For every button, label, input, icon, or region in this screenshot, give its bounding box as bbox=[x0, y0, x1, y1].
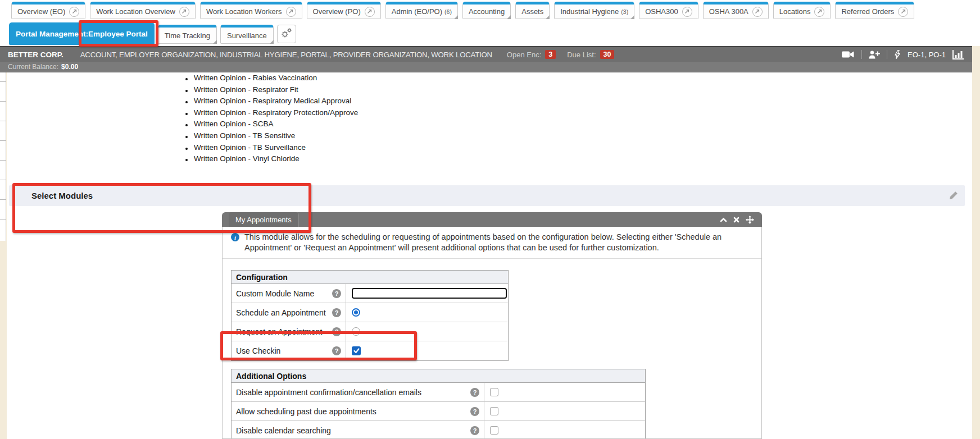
tab-accounting[interactable]: Accounting bbox=[462, 2, 511, 19]
tab-admin-eo-po[interactable]: Admin (EO/PO) (6) bbox=[385, 2, 458, 19]
select-modules-title: Select Modules bbox=[31, 185, 93, 206]
secondary-tab-bar: Portal Management:Employee Portal Time T… bbox=[9, 22, 296, 45]
popout-icon[interactable] bbox=[179, 7, 189, 17]
tab-time-tracking[interactable]: Time Tracking bbox=[158, 25, 217, 44]
tab-count: (6) bbox=[444, 8, 452, 15]
tab-settings-button[interactable] bbox=[277, 25, 296, 43]
tab-osha-300a[interactable]: OSHA 300A bbox=[703, 2, 769, 19]
help-icon[interactable]: ? bbox=[470, 388, 479, 397]
table-row: Disable calendar searching ? bbox=[232, 421, 645, 439]
additional-options-header: Additional Options bbox=[232, 369, 645, 383]
list-item: Written Opinion - TB Surveillance bbox=[185, 143, 358, 155]
written-opinion-list: Written Opinion - Rabies Vaccination Wri… bbox=[185, 74, 358, 166]
edit-pencil-icon[interactable] bbox=[949, 191, 958, 203]
table-row: Allow scheduling past due appointments ? bbox=[232, 402, 645, 421]
balance-label: Current Balance: bbox=[8, 63, 58, 71]
configuration-table-header: Configuration bbox=[232, 271, 508, 284]
row-label: Custom Module Name bbox=[236, 289, 314, 298]
disable-calendar-searching-checkbox[interactable] bbox=[490, 426, 498, 435]
org-codes: EO-1, PO-1 bbox=[908, 51, 946, 59]
info-row: i This module allows for the scheduling … bbox=[223, 227, 761, 259]
popout-icon[interactable] bbox=[682, 7, 692, 17]
table-row: Request an Appointment ? bbox=[232, 322, 508, 341]
tab-label: Accounting bbox=[469, 7, 505, 16]
help-icon[interactable]: ? bbox=[332, 308, 341, 317]
disable-confirmation-emails-checkbox[interactable] bbox=[490, 388, 498, 396]
tab-label: Locations bbox=[779, 7, 811, 16]
additional-options-table: Additional Options Disable appointment c… bbox=[231, 369, 646, 439]
allow-past-due-checkbox[interactable] bbox=[490, 407, 498, 415]
left-rail bbox=[0, 72, 6, 241]
help-icon[interactable]: ? bbox=[332, 289, 341, 298]
tab-label: Time Tracking bbox=[165, 31, 210, 40]
use-checkin-checkbox[interactable] bbox=[352, 346, 361, 355]
tab-portal-management-employee-portal[interactable]: Portal Management:Employee Portal bbox=[9, 22, 155, 45]
tab-label: Overview (PO) bbox=[313, 7, 361, 16]
help-icon[interactable]: ? bbox=[470, 407, 479, 416]
bullet-icon bbox=[185, 78, 188, 80]
collapse-icon[interactable] bbox=[720, 217, 727, 222]
divider bbox=[887, 50, 887, 59]
popout-icon[interactable] bbox=[752, 7, 763, 17]
bullet-icon bbox=[185, 148, 188, 150]
bullet-icon bbox=[185, 113, 188, 115]
tab-label: Overview (EO) bbox=[17, 7, 65, 16]
list-item: Written Opinion - Respiratory Protection… bbox=[185, 108, 358, 120]
row-label: Schedule an Appointment bbox=[236, 308, 326, 317]
lightning-icon[interactable] bbox=[894, 50, 901, 60]
balance-value: $0.00 bbox=[61, 63, 78, 71]
tab-label: Work Location Workers bbox=[206, 7, 282, 16]
configuration-table: Configuration Custom Module Name ? Sched… bbox=[231, 270, 509, 361]
tab-overview-eo[interactable]: Overview (EO) bbox=[11, 2, 85, 19]
tab-locations[interactable]: Locations bbox=[773, 2, 831, 19]
due-list-badge[interactable]: 30 bbox=[600, 50, 615, 59]
tab-surveillance[interactable]: Surveillance bbox=[220, 25, 274, 44]
popout-icon[interactable] bbox=[365, 7, 375, 17]
gear-icon bbox=[280, 28, 293, 41]
schedule-appointment-radio[interactable] bbox=[352, 308, 360, 317]
tab-label: Referred Orders bbox=[841, 7, 894, 16]
custom-module-name-input[interactable] bbox=[352, 288, 507, 299]
tab-assets[interactable]: Assets bbox=[515, 2, 550, 19]
tab-count: (3) bbox=[621, 8, 628, 15]
tab-work-location-overview[interactable]: Work Location Overview bbox=[90, 2, 196, 19]
help-icon[interactable]: ? bbox=[332, 346, 341, 355]
bar-chart-icon[interactable] bbox=[952, 50, 964, 60]
table-row: Custom Module Name ? bbox=[232, 284, 508, 303]
video-camera-icon[interactable] bbox=[842, 51, 855, 58]
tab-work-location-workers[interactable]: Work Location Workers bbox=[200, 2, 302, 19]
tab-label: Surveillance bbox=[227, 31, 267, 40]
table-row: Disable appointment confirmation/cancell… bbox=[232, 383, 645, 402]
open-enc-label: Open Enc: bbox=[507, 51, 541, 59]
active-tab-label: Portal Management:Employee Portal bbox=[16, 30, 148, 38]
tab-label: OSHA 300A bbox=[709, 7, 748, 16]
tab-overview-po[interactable]: Overview (PO) bbox=[307, 2, 381, 19]
tab-osha300[interactable]: OSHA300 bbox=[639, 2, 698, 19]
list-item: Written Opinion - Respiratory Medical Ap… bbox=[185, 97, 358, 108]
bullet-icon bbox=[185, 90, 188, 92]
tab-label: Industrial Hygiene bbox=[560, 7, 619, 16]
close-icon[interactable] bbox=[733, 217, 739, 223]
move-icon[interactable] bbox=[746, 216, 754, 224]
popout-icon[interactable] bbox=[898, 7, 908, 17]
category-list: ACCOUNT, EMPLOYER ORGANIZATION, INDUSTRI… bbox=[80, 51, 492, 59]
popout-icon[interactable] bbox=[69, 7, 79, 17]
tab-industrial-hygiene[interactable]: Industrial Hygiene (3) bbox=[554, 2, 634, 19]
company-name: BETTER CORP. bbox=[8, 51, 63, 59]
row-label: Use Checkin bbox=[236, 346, 280, 355]
list-item: Written Opinion - Respirator Fit bbox=[185, 85, 358, 97]
help-icon[interactable]: ? bbox=[470, 426, 479, 435]
help-icon[interactable]: ? bbox=[332, 327, 341, 336]
bullet-icon bbox=[185, 101, 188, 103]
add-person-icon[interactable] bbox=[869, 51, 880, 59]
list-item: Written Opinion - Vinyl Chloride bbox=[185, 154, 358, 166]
panel-header-icons bbox=[720, 216, 754, 224]
bullet-icon bbox=[185, 124, 188, 126]
tab-referred-orders[interactable]: Referred Orders bbox=[835, 2, 914, 19]
row-label: Disable appointment confirmation/cancell… bbox=[236, 388, 421, 397]
open-enc-badge[interactable]: 3 bbox=[545, 50, 556, 59]
tab-label: Admin (EO/PO) bbox=[392, 7, 442, 16]
popout-icon[interactable] bbox=[286, 7, 296, 17]
request-appointment-radio[interactable] bbox=[352, 327, 360, 336]
popout-icon[interactable] bbox=[814, 7, 824, 17]
